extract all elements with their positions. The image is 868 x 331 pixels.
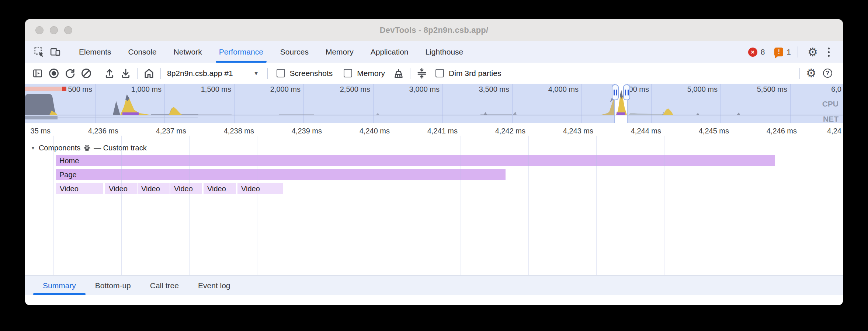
- zoom-window-button[interactable]: [64, 26, 72, 34]
- collapse-shortcut-icon[interactable]: [414, 65, 430, 81]
- traffic-lights: [35, 19, 72, 41]
- ruler-tick-label: 4,246 ms: [767, 127, 797, 135]
- ruler-tick-label: 4,243 ms: [563, 127, 593, 135]
- status-badges: × 8 ! 1 ⚙: [748, 44, 833, 60]
- toolbar-divider: [137, 68, 138, 79]
- settings-gear-icon[interactable]: ⚙: [805, 44, 821, 60]
- ruler-tick-label: 4,239 ms: [292, 127, 322, 135]
- window-titlebar: DevTools - 8p2n9n.csb.app/: [25, 19, 843, 41]
- overview-tick-label: 1,500 ms: [201, 85, 231, 94]
- track-title: Components: [39, 144, 80, 152]
- overview-tick-label: 4,000 ms: [548, 85, 579, 94]
- selection-handle-right[interactable]: [623, 84, 630, 100]
- dim-3rd-parties-checkbox[interactable]: Dim 3rd parties: [435, 69, 501, 78]
- track-bar[interactable]: Video: [170, 183, 202, 194]
- timeline-overview[interactable]: 500 ms1,000 ms1,500 ms2,000 ms2,500 ms3,…: [25, 84, 843, 123]
- checkbox-box[interactable]: [435, 69, 444, 77]
- tab-memory[interactable]: Memory: [317, 41, 362, 63]
- overview-tick-label: 6,0: [831, 85, 841, 94]
- reload-record-icon[interactable]: [62, 65, 78, 81]
- home-icon[interactable]: [141, 65, 157, 81]
- ruler-tick-label: 4,245 ms: [699, 127, 729, 135]
- track-row-home: Home: [25, 155, 843, 166]
- warning-count[interactable]: 1: [787, 48, 791, 56]
- tab-application[interactable]: Application: [362, 41, 417, 63]
- track-row-video: VideoVideoVideoVideoVideoVideo: [25, 183, 843, 194]
- tab-summary[interactable]: Summary: [33, 276, 86, 295]
- tab-bottom-up[interactable]: Bottom-up: [86, 276, 140, 295]
- ruler-tick-label: 4,236 ms: [88, 127, 118, 135]
- track-area[interactable]: ▼ Components — Custom track HomePageVide…: [25, 140, 843, 275]
- track-bar[interactable]: Video: [237, 183, 283, 194]
- overview-tick-label: 3,500 ms: [479, 85, 509, 94]
- more-options-icon[interactable]: [824, 48, 833, 57]
- tabbar-divider: [67, 46, 67, 58]
- overview-tick-label: 5,500 ms: [757, 85, 787, 94]
- tab-event-log[interactable]: Event log: [188, 276, 240, 295]
- dim-3rd-parties-label: Dim 3rd parties: [449, 69, 501, 78]
- track-bar[interactable]: Video: [105, 183, 137, 194]
- ruler-tick-label: 4,241 ms: [427, 127, 458, 135]
- overview-tick-label: 3,000 ms: [409, 85, 440, 94]
- badge-divider: [798, 46, 798, 58]
- tab-elements[interactable]: Elements: [70, 41, 120, 63]
- memory-label: Memory: [357, 69, 385, 78]
- error-icon[interactable]: ×: [748, 48, 757, 57]
- timeline-ruler[interactable]: 35 ms4,236 ms4,237 ms4,238 ms4,239 ms4,2…: [25, 123, 843, 140]
- memory-checkbox[interactable]: Memory: [344, 69, 385, 78]
- history-selector[interactable]: 8p2n9n.csb.app #1: [167, 69, 233, 78]
- device-toolbar-icon[interactable]: [47, 44, 63, 60]
- record-icon[interactable]: [46, 65, 62, 81]
- track-row-page: Page: [25, 169, 843, 180]
- toolbar-divider: [267, 68, 268, 79]
- tab-sources[interactable]: Sources: [272, 41, 317, 63]
- overview-tick-label: 1,000 ms: [131, 85, 162, 94]
- details-tabbar: Summary Bottom-up Call tree Event log: [25, 275, 843, 295]
- overview-tick-label: 2,000 ms: [270, 85, 301, 94]
- ruler-tick-label: 4,238 ms: [224, 127, 254, 135]
- garbage-collect-icon[interactable]: [390, 65, 407, 81]
- track-bar[interactable]: Video: [56, 183, 103, 194]
- track-bar[interactable]: Page: [56, 169, 506, 180]
- summary-panel: [25, 295, 843, 305]
- ruler-tick-label: 4,240 ms: [360, 127, 390, 135]
- components-track-header[interactable]: ▼ Components — Custom track: [25, 140, 843, 152]
- warning-icon[interactable]: !: [774, 48, 783, 56]
- tab-network[interactable]: Network: [165, 41, 211, 63]
- inspect-element-icon[interactable]: [31, 44, 47, 60]
- ruler-tick-label: 4,24: [827, 127, 841, 135]
- checkbox-box[interactable]: [277, 69, 285, 77]
- track-bar[interactable]: Video: [204, 183, 236, 194]
- tab-console[interactable]: Console: [120, 41, 165, 63]
- toolbar-divider: [98, 68, 98, 79]
- clear-icon[interactable]: [78, 65, 94, 81]
- tab-call-tree[interactable]: Call tree: [140, 276, 188, 295]
- overview-tick-label: 2,500 ms: [340, 85, 370, 94]
- download-profile-icon[interactable]: [118, 65, 134, 81]
- track-bar[interactable]: Home: [56, 155, 775, 166]
- help-icon[interactable]: ?: [819, 65, 836, 81]
- tab-lighthouse[interactable]: Lighthouse: [417, 41, 472, 63]
- collapse-triangle-icon[interactable]: ▼: [31, 145, 35, 151]
- close-window-button[interactable]: [35, 26, 44, 34]
- net-lane-label: NET: [823, 115, 839, 123]
- toolbar-divider: [410, 68, 410, 79]
- capture-settings-gear-icon[interactable]: ⚙: [803, 65, 819, 81]
- screenshots-checkbox[interactable]: Screenshots: [277, 69, 333, 78]
- ruler-tick-label: 35 ms: [31, 127, 51, 135]
- upload-profile-icon[interactable]: [101, 65, 118, 81]
- minimize-window-button[interactable]: [50, 26, 58, 34]
- ruler-tick-label: 4,242 ms: [495, 127, 525, 135]
- error-count[interactable]: 8: [761, 48, 765, 56]
- window-title: DevTools - 8p2n9n.csb.app/: [380, 25, 489, 35]
- overview-tick-label: 5,000 ms: [687, 85, 718, 94]
- ruler-tick-label: 4,237 ms: [156, 127, 186, 135]
- ruler-tick-label: 4,244 ms: [631, 127, 661, 135]
- track-bar[interactable]: Video: [138, 183, 170, 194]
- selection-handle-left[interactable]: [612, 84, 619, 100]
- chevron-down-icon[interactable]: ▼: [254, 70, 259, 76]
- toggle-sidebar-icon[interactable]: [29, 65, 46, 81]
- checkbox-box[interactable]: [344, 69, 352, 77]
- tab-performance[interactable]: Performance: [211, 41, 272, 63]
- cpu-lane-label: CPU: [822, 100, 839, 108]
